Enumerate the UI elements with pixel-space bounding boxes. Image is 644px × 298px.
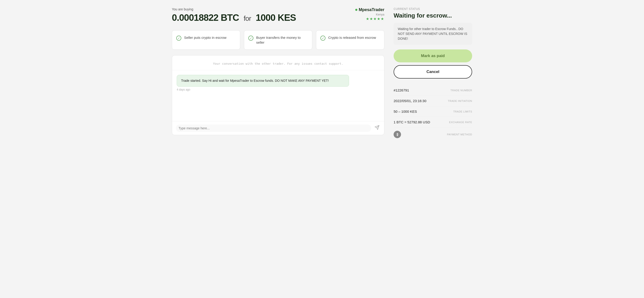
crypto-amount: 0.00018822 BTC (172, 12, 239, 23)
page-wrapper: You are buying 0.00018822 BTC for 1000 K… (172, 8, 472, 142)
trader-stars: ★★★★★ (366, 17, 384, 21)
status-heading: Waiting for escrow... (394, 12, 472, 19)
trader-name-row: MpesaTrader (355, 8, 384, 12)
exchange-rate-row: 1 BTC = 52792.88 USD EXCHANGE RATE (394, 117, 472, 128)
exchange-rate-label: EXCHANGE RATE (449, 121, 472, 124)
right-column: CURRENT STATUS Waiting for escrow... Wai… (394, 8, 472, 142)
steps-row: ✓ Seller puts crypto in escrow ✓ Buyer t… (172, 30, 384, 50)
status-notice: Waiting for other trader to Escrow Funds… (394, 23, 472, 45)
step-1-check: ✓ (176, 36, 181, 41)
chat-notice: Your conversation with the other trader.… (172, 56, 384, 70)
exchange-rate-value: 1 BTC = 52792.88 USD (394, 120, 430, 124)
trade-initiation-label: TRADE INITIATION (448, 100, 472, 102)
chat-bubble: Trade started. Say Hi and wait for Mpesa… (177, 75, 349, 87)
trade-number-row: #1226791 TRADE NUMBER (394, 85, 472, 96)
current-status-label: CURRENT STATUS (394, 8, 472, 11)
step-2-label: Buyer transfers the money to seller (256, 35, 308, 45)
chat-container: Your conversation with the other trader.… (172, 55, 384, 135)
online-indicator (355, 9, 357, 11)
left-column: You are buying 0.00018822 BTC for 1000 K… (172, 8, 384, 142)
trade-amount: 0.00018822 BTC for 1000 KES (172, 12, 296, 23)
chat-messages: Trade started. Say Hi and wait for Mpesa… (172, 70, 384, 121)
payment-method-label: PAYMENT METHOD (447, 133, 472, 136)
cancel-button[interactable]: Cancel (394, 65, 472, 78)
payment-method-icon: ₿ (394, 131, 401, 138)
trade-number-label: TRADE NUMBER (450, 89, 472, 92)
trade-initiation-value: 2022/05/01, 23:16:30 (394, 99, 426, 103)
step-3-check: ✓ (320, 36, 326, 41)
step-2: ✓ Buyer transfers the money to seller (244, 30, 312, 50)
trader-name: MpesaTrader (359, 8, 384, 12)
trader-header: MpesaTrader Kenya ★★★★★ (355, 8, 384, 21)
for-word: for (244, 14, 251, 22)
fiat-amount: 1000 KES (256, 12, 296, 23)
buying-header: You are buying 0.00018822 BTC for 1000 K… (172, 8, 296, 29)
chat-input-row (172, 121, 384, 135)
trader-country: Kenya (376, 13, 384, 16)
trade-number-value: #1226791 (394, 88, 409, 92)
step-2-check: ✓ (248, 36, 254, 41)
chat-input[interactable] (176, 124, 371, 132)
step-3-label: Crypto is released from escrow (328, 35, 376, 40)
buying-label: You are buying (172, 8, 296, 11)
trade-limits-label: TRADE LIMITS (453, 110, 472, 113)
trade-limits-value: 50 – 1000 KES (394, 110, 417, 114)
trade-limits-row: 50 – 1000 KES TRADE LIMITS (394, 106, 472, 117)
trade-initiation-row: 2022/05/01, 23:16:30 TRADE INITIATION (394, 96, 472, 106)
step-3: ✓ Crypto is released from escrow (316, 30, 384, 50)
mark-paid-button[interactable]: Mark as paid (394, 50, 472, 62)
step-1: ✓ Seller puts crypto in escrow (172, 30, 240, 50)
step-1-label: Seller puts crypto in escrow (184, 35, 226, 40)
send-button[interactable] (374, 124, 380, 132)
chat-time: 4 days ago (177, 88, 380, 91)
payment-method-row: ₿ PAYMENT METHOD (394, 128, 472, 142)
